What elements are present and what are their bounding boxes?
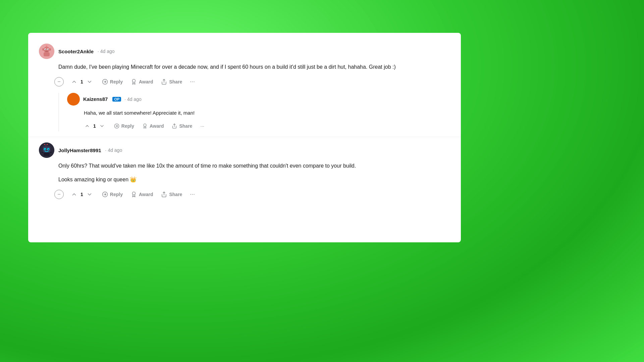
svg-rect-8 <box>49 48 51 51</box>
timestamp-comment2: · 4d ago <box>105 147 122 153</box>
svg-point-21 <box>45 149 46 150</box>
downvote-icon <box>87 79 93 85</box>
vote-section-1: 1 <box>66 76 97 87</box>
svg-point-25 <box>44 144 45 145</box>
username-jollyhamster: JollyHamster8991 <box>58 147 101 153</box>
avatar-kaizens87 <box>67 93 80 106</box>
share-button-2[interactable]: Share <box>158 189 185 199</box>
vote-count-2: 1 <box>80 192 83 197</box>
comment-2-actions: − 1 Reply Award Share <box>54 189 450 200</box>
svg-rect-27 <box>44 153 50 156</box>
share-button-reply1[interactable]: Share <box>168 121 196 131</box>
upvote-button-2[interactable] <box>69 190 79 199</box>
more-button-2[interactable]: ··· <box>187 189 198 200</box>
comments-card: Scooter2Ankle · 4d ago Damn dude, I've b… <box>28 33 461 242</box>
reply-button-2[interactable]: Reply <box>99 189 126 199</box>
downvote-icon-r1 <box>99 123 105 129</box>
share-button-1[interactable]: Share <box>158 77 185 87</box>
vote-section-reply1: 1 <box>80 121 109 131</box>
reply-1: Kaizens87 OP · 4d ago Haha, we all start… <box>58 93 450 131</box>
upvote-icon-2 <box>71 191 77 197</box>
upvote-reply1[interactable] <box>83 122 92 130</box>
upvote-icon <box>71 79 77 85</box>
reply-button-reply1[interactable]: Reply <box>111 121 138 131</box>
comment-1-header: Scooter2Ankle · 4d ago <box>39 44 450 59</box>
avatar-scooter2ankle <box>39 44 54 59</box>
award-icon-1 <box>131 79 137 85</box>
username-scooter2ankle: Scooter2Ankle <box>58 49 94 54</box>
svg-rect-7 <box>42 48 44 51</box>
comment-1-text: Damn dude, I've been playing Minecraft f… <box>58 63 450 71</box>
award-button-1[interactable]: Award <box>127 77 157 87</box>
comment-1: Scooter2Ankle · 4d ago Damn dude, I've b… <box>28 44 461 131</box>
downvote-reply1[interactable] <box>97 122 107 130</box>
reply-icon-r1 <box>114 123 119 129</box>
reply-icon-1 <box>102 79 108 85</box>
vote-section-2: 1 <box>66 189 97 200</box>
downvote-button-2[interactable] <box>85 190 95 199</box>
reply-1-header: Kaizens87 OP · 4d ago <box>67 93 450 106</box>
award-button-2[interactable]: Award <box>127 189 157 199</box>
reply-button-1[interactable]: Reply <box>99 77 126 87</box>
comment-2: JollyHamster8991 · 4d ago Only 60hrs? Th… <box>28 142 461 200</box>
svg-rect-2 <box>44 52 50 56</box>
comment-2-header: JollyHamster8991 · 4d ago <box>39 142 450 158</box>
more-button-reply1[interactable]: ··· <box>197 121 208 131</box>
vote-count-reply1: 1 <box>93 123 96 129</box>
username-kaizens87: Kaizens87 <box>83 96 108 102</box>
svg-point-10 <box>46 45 47 46</box>
separator-1 <box>28 137 461 137</box>
svg-point-22 <box>48 149 49 150</box>
comment-2-text: Only 60hrs? That would've taken me like … <box>58 162 450 184</box>
upvote-icon-r1 <box>85 123 90 129</box>
svg-point-6 <box>48 49 48 50</box>
op-badge: OP <box>112 97 121 102</box>
reply-1-text: Haha, we all start somewhere! Appreciate… <box>84 109 450 117</box>
share-icon-r1 <box>172 123 177 129</box>
collapse-button-1[interactable]: − <box>54 77 64 86</box>
svg-rect-29 <box>50 152 52 153</box>
downvote-button-1[interactable] <box>85 77 95 86</box>
reply-1-actions: 1 Reply Award Share ··· <box>80 121 450 131</box>
svg-point-26 <box>47 144 48 145</box>
collapse-button-2[interactable]: − <box>54 190 64 199</box>
comment-1-actions: − 1 Reply Award Share <box>54 76 450 87</box>
svg-point-5 <box>45 49 46 50</box>
upvote-button-1[interactable] <box>69 77 79 86</box>
timestamp-comment1: · 4d ago <box>98 49 115 54</box>
more-button-1[interactable]: ··· <box>187 76 198 87</box>
svg-rect-28 <box>42 152 44 153</box>
vote-count-1: 1 <box>80 79 83 84</box>
reply-icon-2 <box>102 191 108 197</box>
share-icon-1 <box>161 79 167 85</box>
downvote-icon-2 <box>87 191 93 197</box>
award-icon-r1 <box>142 123 148 129</box>
award-icon-2 <box>131 191 137 197</box>
timestamp-reply1: · 4d ago <box>124 97 142 102</box>
avatar-jollyhamster <box>39 142 54 158</box>
share-icon-2 <box>161 191 167 197</box>
award-button-reply1[interactable]: Award <box>139 121 167 131</box>
